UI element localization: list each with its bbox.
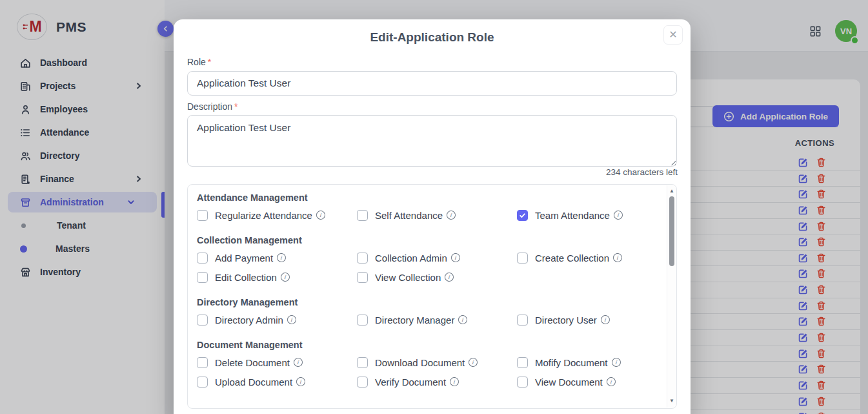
- permission-grid: Delete DocumentiDownload DocumentiMofify…: [197, 353, 666, 391]
- permission-create-collection[interactable]: Create Collectioni: [517, 248, 666, 267]
- permission-add-payment[interactable]: Add Paymenti: [197, 248, 357, 267]
- permission-label: Team Attendance: [535, 210, 610, 221]
- info-icon[interactable]: i: [600, 315, 611, 325]
- permission-label: View Collection: [375, 272, 441, 283]
- permission-directory-admin[interactable]: Directory Admini: [197, 310, 357, 329]
- permissions-scrollbar[interactable]: ▲ ▼: [667, 185, 676, 408]
- permission-section-document-management: Document ManagementDelete DocumentiDownl…: [197, 340, 666, 391]
- scroll-down-icon[interactable]: ▼: [667, 398, 676, 404]
- checkbox-unchecked[interactable]: [517, 253, 528, 264]
- checkbox-unchecked[interactable]: [517, 377, 528, 388]
- checkbox-unchecked[interactable]: [197, 377, 208, 388]
- permission-label: Add Payment: [215, 253, 273, 264]
- permission-label: Delete Document: [215, 357, 290, 368]
- info-icon[interactable]: i: [449, 377, 459, 387]
- permission-download-document[interactable]: Download Documenti: [357, 353, 517, 372]
- permission-label: Directory User: [535, 315, 597, 326]
- permission-grid: Add PaymentiCollection AdminiCreate Coll…: [197, 248, 666, 287]
- checkbox-unchecked[interactable]: [517, 357, 528, 368]
- scrollbar-thumb[interactable]: [669, 196, 674, 266]
- permission-label: Directory Admin: [215, 315, 283, 326]
- modal-close-button[interactable]: ✕: [663, 25, 683, 45]
- permission-edit-collection[interactable]: Edit Collectioni: [197, 267, 357, 287]
- checkbox-unchecked[interactable]: [197, 272, 208, 283]
- permission-label: Self Attendance: [375, 210, 443, 221]
- checkbox-unchecked[interactable]: [197, 315, 208, 326]
- role-label-text: Role: [187, 57, 206, 67]
- permission-verify-document[interactable]: Verify Documenti: [357, 372, 517, 391]
- description-label-text: Description: [187, 101, 232, 112]
- permission-view-collection[interactable]: View Collectioni: [357, 267, 517, 287]
- permission-label: Directory Manager: [375, 315, 454, 326]
- role-field-label: Role*: [187, 57, 211, 67]
- info-icon[interactable]: i: [613, 210, 623, 220]
- permission-grid: Directory AdminiDirectory ManageriDirect…: [197, 310, 666, 329]
- description-textarea[interactable]: Application Test User: [187, 115, 677, 167]
- info-icon[interactable]: i: [458, 315, 468, 325]
- checkbox-unchecked[interactable]: [357, 210, 368, 221]
- info-icon[interactable]: i: [280, 272, 290, 282]
- info-icon[interactable]: i: [293, 357, 303, 367]
- checkbox-checked[interactable]: [517, 210, 528, 221]
- permission-directory-user[interactable]: Directory Useri: [517, 310, 666, 329]
- permission-upload-document[interactable]: Upload Documenti: [197, 372, 357, 391]
- checkbox-unchecked[interactable]: [357, 253, 368, 264]
- checkbox-unchecked[interactable]: [357, 315, 368, 326]
- checkbox-unchecked[interactable]: [197, 357, 208, 368]
- permission-section-directory-management: Directory ManagementDirectory AdminiDire…: [197, 297, 666, 329]
- info-icon[interactable]: i: [296, 377, 306, 387]
- info-icon[interactable]: i: [444, 272, 454, 282]
- required-asterisk: *: [234, 101, 237, 112]
- permissions-container: Attendance ManagementRegularize Attendan…: [187, 184, 677, 409]
- close-icon: ✕: [669, 29, 677, 40]
- permission-view-document[interactable]: View Documenti: [517, 372, 666, 391]
- permission-collection-admin[interactable]: Collection Admini: [357, 248, 517, 267]
- permission-section-title: Document Management: [197, 340, 666, 353]
- info-icon[interactable]: i: [276, 253, 287, 263]
- scroll-up-icon[interactable]: ▲: [667, 188, 676, 194]
- permission-label: Regularize Attendance: [215, 210, 312, 221]
- permission-grid: Regularize AttendanceiSelf AttendanceiTe…: [197, 205, 666, 225]
- checkbox-unchecked[interactable]: [517, 315, 528, 326]
- permission-mofify-document[interactable]: Mofify Documenti: [517, 353, 666, 372]
- info-icon[interactable]: i: [612, 253, 623, 263]
- permission-section-title: Attendance Management: [197, 192, 666, 205]
- characters-left-counter: 234 characters left: [606, 167, 678, 177]
- permission-regularize-attendance[interactable]: Regularize Attendancei: [197, 205, 357, 225]
- permission-section-collection-management: Collection ManagementAdd PaymentiCollect…: [197, 235, 666, 287]
- checkbox-unchecked[interactable]: [197, 210, 208, 221]
- checkbox-unchecked[interactable]: [357, 377, 368, 388]
- required-asterisk: *: [208, 57, 211, 67]
- checkbox-unchecked[interactable]: [197, 253, 208, 264]
- permission-label: Create Collection: [535, 253, 609, 264]
- info-icon[interactable]: i: [446, 210, 456, 220]
- permissions-scroll-area: Attendance ManagementRegularize Attendan…: [188, 185, 666, 408]
- checkbox-unchecked[interactable]: [357, 272, 368, 283]
- info-icon[interactable]: i: [606, 377, 616, 387]
- permission-self-attendance[interactable]: Self Attendancei: [357, 205, 517, 225]
- permission-label: View Document: [535, 377, 603, 388]
- checkbox-unchecked[interactable]: [357, 357, 368, 368]
- permission-section-title: Collection Management: [197, 235, 666, 248]
- permission-team-attendance[interactable]: Team Attendancei: [517, 205, 666, 225]
- info-icon[interactable]: i: [287, 315, 297, 325]
- info-icon[interactable]: i: [611, 357, 621, 367]
- permission-section-attendance-management: Attendance ManagementRegularize Attendan…: [197, 192, 666, 225]
- permission-delete-document[interactable]: Delete Documenti: [197, 353, 357, 372]
- permission-label: Upload Document: [215, 377, 292, 388]
- permission-label: Verify Document: [375, 377, 446, 388]
- info-icon[interactable]: i: [450, 253, 461, 263]
- permission-directory-manager[interactable]: Directory Manageri: [357, 310, 517, 329]
- role-input[interactable]: [187, 71, 677, 96]
- permission-label: Collection Admin: [375, 253, 447, 264]
- info-icon[interactable]: i: [468, 357, 478, 367]
- edit-application-role-modal: ✕ Edit-Application Role Role* Descriptio…: [174, 19, 691, 414]
- description-field-label: Description*: [187, 101, 237, 112]
- permission-label: Mofify Document: [535, 357, 608, 368]
- permission-label: Edit Collection: [215, 272, 277, 283]
- modal-title: Edit-Application Role: [174, 30, 691, 45]
- info-icon[interactable]: i: [316, 210, 326, 220]
- permission-label: Download Document: [375, 357, 465, 368]
- permission-section-title: Directory Management: [197, 297, 666, 310]
